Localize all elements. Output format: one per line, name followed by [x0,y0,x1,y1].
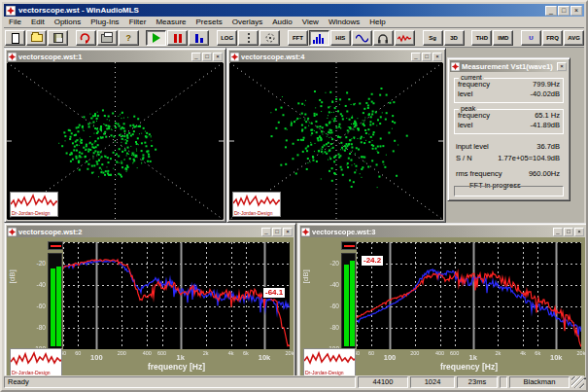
crosshair-button[interactable] [259,30,280,46]
vs1-restore-button[interactable]: □ [202,53,212,61]
x-tick-label: 200 [112,350,131,356]
peak-group-label: peak [459,105,477,112]
signal-generator-button[interactable]: Sg [423,30,443,46]
spectrum-bars-button[interactable] [309,30,329,46]
snr-row: S / N1.77e+05=104.9dB [456,154,560,163]
help-button[interactable]: ? [119,30,139,46]
app-window: vectorscope.wst - WinAudioMLS _ □ × File… [0,0,588,392]
vs2-spectrum-canvas [63,242,290,349]
x-tick-label: 2k [488,350,507,356]
vs2-trace-legend [48,241,63,250]
vs2-restore-button[interactable]: □ [272,228,282,236]
x-tick-label: 6k [236,350,256,356]
x-tick-label: 20k [571,350,585,356]
refresh-arrow-icon [80,33,91,44]
monitor-button[interactable] [373,30,394,46]
vs2-y-axis-label: [dB] [8,274,17,284]
status-ready: Ready [4,376,356,388]
vs3-titlebar[interactable]: vectorscope.wst:3 _ □ × [300,226,585,237]
minimize-button[interactable]: _ [545,6,557,16]
menu-item-file[interactable]: File [4,17,26,28]
frq-button[interactable]: FRQ [542,30,563,46]
meter-bar-right [56,267,61,346]
vs2-window-icon [8,228,17,236]
menu-item-options[interactable]: Options [50,17,86,28]
fft-button[interactable]: FFT [288,30,308,46]
new-file-button[interactable] [5,30,25,46]
window-spectrum-2[interactable]: vectorscope.wst:2 _ □ × [dB] -20-40-60-8… [4,223,296,379]
vs3-minimize-button[interactable]: _ [553,228,563,236]
maximize-button[interactable]: □ [558,6,570,16]
x-tick-label: 10k [546,353,566,362]
imd-button[interactable]: IMD [493,30,513,46]
logo-text: Dr-Jordan-Design [234,210,272,216]
vs1-close-button[interactable]: × [213,53,223,61]
legend-red-line-icon [51,245,61,247]
crosshair-icon [264,32,276,44]
open-folder-icon [31,34,43,42]
menu-item-windows[interactable]: Windows [324,17,364,28]
window-vectorscope-1[interactable]: vectorscope.wst:1 _ □ × Dr-Jordan-Design [4,48,226,223]
menu-item-measure[interactable]: Measure [151,17,190,28]
save-floppy-icon [53,33,63,43]
markers-button[interactable] [238,30,259,46]
vs4-brand-logo: Dr-Jordan-Design [232,192,281,217]
menu-item-help[interactable]: Help [364,17,390,28]
x-tick-label: 20k [280,350,294,356]
menu-item-presets[interactable]: Presets [191,17,227,28]
pause-button[interactable] [167,30,188,46]
close-button[interactable]: × [571,6,582,16]
window-title: vectorscope.wst - WinAudioMLS [18,6,544,15]
menu-item-edit[interactable]: Edit [26,17,50,28]
menu-item-audio[interactable]: Audio [267,17,296,28]
vs4-minimize-button[interactable]: _ [411,53,421,61]
vs3-close-button[interactable]: × [574,228,584,236]
x-tick-label: 1k [464,353,483,362]
status-samplerate: 44100 [358,376,408,388]
resize-grip[interactable] [571,376,584,388]
vs1-titlebar[interactable]: vectorscope.wst:1 _ □ × [7,51,224,62]
print-button[interactable] [97,30,118,46]
vs4-restore-button[interactable]: □ [422,53,432,61]
3d-view-button[interactable]: 3D [444,30,465,46]
refresh-button[interactable] [76,30,96,46]
mic-input-button[interactable] [395,30,415,46]
vs3-spectrum-canvas [357,242,581,349]
menu-item-filter[interactable]: Filter [124,17,152,28]
menu-item-view[interactable]: View [297,17,324,28]
vs2-minimize-button[interactable]: _ [261,228,271,236]
u-button[interactable]: U [521,30,541,46]
x-tick-label: 100 [86,353,106,362]
current-frequency-label: frequency [458,80,490,89]
window-spectrum-3[interactable]: vectorscope.wst:3 _ □ × [dB] -20-40-60-8… [297,223,588,379]
stop-button[interactable] [189,30,209,46]
avg-button[interactable]: AVG [564,30,584,46]
save-file-button[interactable] [48,30,68,46]
current-group-label: current [459,74,484,81]
vs4-close-button[interactable]: × [432,53,442,61]
measurement-window-icon [451,62,460,71]
measurement-titlebar[interactable]: Measurement Vst1(wave1) × [450,60,568,72]
vs2-close-button[interactable]: × [283,228,293,236]
vs3-restore-button[interactable]: □ [564,228,573,236]
measurement-status-strip [454,186,564,196]
play-button[interactable] [146,30,166,46]
vs2-titlebar[interactable]: vectorscope.wst:2 _ □ × [7,226,294,237]
help-icon: ? [125,33,131,43]
pause-icon [174,34,182,43]
measurement-close-button[interactable]: × [557,62,567,71]
menu-item-overlays[interactable]: Overlays [227,17,268,28]
window-vectorscope-4[interactable]: vectorscope.wst:4 _ □ × Dr-Jordan-Design [226,48,446,223]
vs2-brand-logo: Dr-Jordan-Design [10,348,62,376]
waveform-button[interactable] [352,30,372,46]
vs1-minimize-button[interactable]: _ [191,53,201,61]
open-file-button[interactable] [26,30,47,46]
window-measurement[interactable]: Measurement Vst1(wave1) × current freque… [447,57,571,201]
thd-button[interactable]: THD [471,30,492,46]
menu-item-plug-ins[interactable]: Plug-Ins [86,17,123,28]
vs4-titlebar[interactable]: vectorscope.wst:4 _ □ × [229,51,443,62]
histogram-button[interactable]: HIS [330,30,351,46]
dotted-line-icon [244,32,254,44]
log-scale-button[interactable]: LOG [217,30,237,46]
x-tick-label: 6k [528,350,547,356]
